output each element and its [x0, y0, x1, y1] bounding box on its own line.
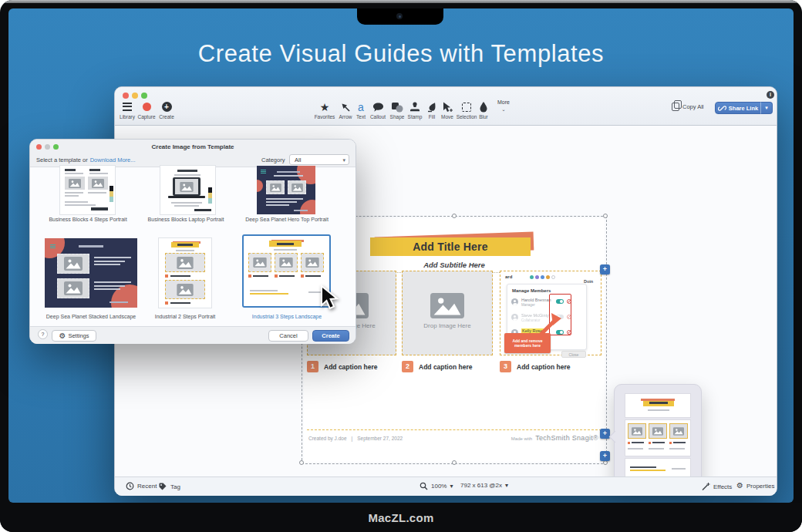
dialog-title: Create Image from Template — [30, 143, 356, 150]
avatar — [541, 275, 544, 279]
selection-handle[interactable] — [452, 460, 457, 465]
selection-handle[interactable] — [452, 214, 457, 218]
mouse-cursor — [318, 285, 340, 311]
line — [652, 442, 665, 443]
category-label: Category — [261, 157, 285, 163]
mini-image-placeholder — [65, 177, 85, 190]
line — [65, 195, 79, 197]
step-number-badge[interactable]: 3 — [500, 361, 511, 372]
person-avatar-icon — [511, 298, 518, 305]
move-icon — [441, 101, 453, 113]
selection-handle[interactable] — [603, 214, 608, 218]
mini-image-placeholder — [266, 180, 285, 194]
cancel-button[interactable]: Cancel — [268, 330, 308, 342]
chevron-down-icon: ⌄ — [501, 106, 505, 113]
settings-button[interactable]: ⚙ Settings — [52, 330, 96, 342]
line — [279, 275, 295, 277]
zoom-window-button[interactable] — [141, 93, 147, 99]
favorites-star-icon: ★ — [320, 101, 330, 113]
info-icon[interactable]: i — [767, 91, 774, 99]
line — [89, 173, 108, 174]
template-thumb-business-blocks-laptop[interactable] — [160, 166, 215, 214]
mini-image-placeholder — [288, 180, 306, 194]
share-link-dropdown[interactable]: ▾ — [760, 102, 773, 114]
add-section-handle[interactable]: + — [600, 429, 610, 439]
properties-button[interactable]: ⚙ Properties — [736, 482, 774, 490]
template-thumb-industrial-3-steps-selected[interactable] — [242, 234, 331, 308]
close-window-button[interactable] — [123, 93, 129, 99]
copy-all-button[interactable]: Copy All — [672, 103, 704, 111]
drop-zone-2[interactable]: Drop Image Here — [402, 271, 493, 355]
shape-icon — [391, 101, 403, 113]
tool-more[interactable]: More ⌄ — [492, 99, 515, 113]
swatch — [110, 186, 113, 191]
line — [65, 201, 88, 203]
line — [253, 275, 268, 277]
coral-circle — [300, 200, 315, 214]
template-thumb-industrial-2-steps[interactable] — [159, 238, 211, 308]
screenshot-panel[interactable]: ard Doin Manage Members Harold Brennan M… — [500, 271, 602, 355]
caption-text[interactable]: Add caption here — [324, 363, 377, 371]
tag-icon — [158, 482, 167, 491]
add-section-handle[interactable]: + — [600, 451, 610, 461]
avatar — [535, 275, 539, 279]
created-by-line: Created by J.doe | September 27, 2022 — [308, 436, 403, 441]
line — [266, 204, 289, 206]
popup-pointer — [609, 431, 622, 443]
laptop-chin: MacZL.com — [0, 503, 802, 532]
download-more-link[interactable]: Download More... — [90, 157, 136, 163]
title-banner[interactable]: Add Title Here — [370, 237, 531, 256]
watermark: MacZL.com — [368, 511, 433, 524]
template-thumb-deep-sea-stacked[interactable] — [45, 238, 137, 308]
dot — [248, 274, 251, 278]
dot — [301, 274, 304, 278]
create-template-dialog: Create Image from Template Select a temp… — [29, 139, 356, 344]
swatch — [208, 187, 212, 193]
caption-text[interactable]: Add caption here — [419, 363, 472, 371]
status-bar: Recent Tag 100% ▾ 792 x 613 @2x ▾ Effect… — [115, 476, 777, 496]
line — [277, 243, 294, 245]
effects-button[interactable]: Effects — [701, 482, 732, 491]
recent-button[interactable]: Recent — [126, 482, 157, 490]
made-with-brand: Made with TechSmith Snagit® — [511, 434, 598, 442]
line — [669, 448, 685, 450]
menu-icon — [50, 244, 56, 248]
minimize-window-button[interactable] — [132, 93, 138, 99]
line — [648, 409, 669, 411]
create-button[interactable]: Create — [312, 330, 349, 342]
footer-tag — [194, 209, 211, 211]
capture-icon — [143, 101, 151, 113]
step-number-badge[interactable]: 2 — [402, 361, 413, 372]
create-icon: + — [162, 101, 172, 113]
swatch — [208, 198, 212, 204]
selection-handle[interactable] — [299, 460, 304, 465]
photo-placeholder-icon — [430, 293, 464, 322]
template-thumb-business-blocks-4-steps[interactable] — [60, 166, 115, 214]
tag-button[interactable]: Tag — [158, 482, 180, 491]
line — [170, 302, 190, 304]
category-dropdown[interactable]: All ▾ — [289, 154, 349, 165]
template-label: Deep Sea Planet Hero Top Portrait — [233, 217, 341, 222]
line — [250, 293, 288, 295]
dot — [628, 442, 630, 444]
zoom-control[interactable]: 100% ▾ — [420, 482, 453, 490]
add-section-handle[interactable]: + — [600, 264, 610, 274]
canvas-title: Add Title Here — [413, 241, 487, 253]
mini-image-placeholder — [175, 179, 198, 194]
template-thumb-deep-sea-hero-top[interactable] — [257, 166, 315, 214]
tool-favorites[interactable]: ★ Favorites — [313, 101, 336, 120]
share-link-button[interactable]: Share Link — [715, 102, 761, 114]
caption-text[interactable]: Add caption here — [517, 363, 570, 371]
canvas-size-control[interactable]: 792 x 613 @2x ▾ — [460, 482, 508, 489]
line — [171, 202, 202, 204]
help-button[interactable]: ? — [38, 329, 48, 339]
callout-icon — [372, 101, 384, 113]
step-number-badge[interactable]: 1 — [307, 361, 318, 372]
blur-drop-icon — [479, 101, 488, 113]
wand-icon — [701, 482, 710, 491]
line — [94, 288, 120, 290]
mini-image-placeholder — [301, 253, 324, 272]
tool-create[interactable]: + Create — [155, 101, 178, 120]
mini-image-placeholder — [57, 254, 89, 274]
mini-laptop-base — [168, 196, 205, 198]
